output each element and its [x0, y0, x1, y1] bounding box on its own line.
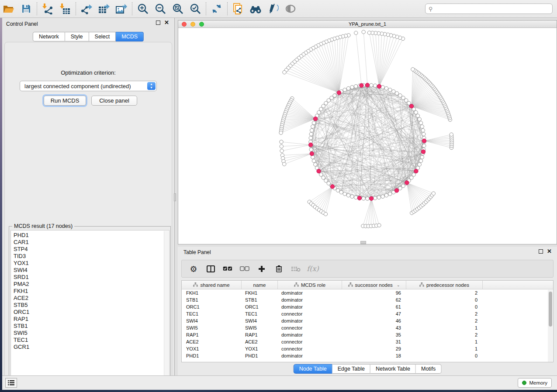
- float-panel-icon[interactable]: [156, 21, 160, 25]
- network-node[interactable]: [374, 84, 377, 87]
- function-builder-icon[interactable]: f(x): [307, 263, 318, 275]
- float-panel-icon[interactable]: [539, 249, 543, 254]
- network-node[interactable]: [414, 110, 418, 114]
- network-node[interactable]: [319, 107, 323, 111]
- network-node[interactable]: [362, 197, 365, 200]
- table-row[interactable]: YOX1YOX1connector291: [182, 345, 553, 352]
- zoom-in-icon[interactable]: [134, 1, 152, 16]
- network-node[interactable]: [354, 196, 357, 199]
- tab-node-table[interactable]: Node Table: [294, 364, 332, 374]
- network-node[interactable]: [384, 193, 388, 197]
- open-file-icon[interactable]: [0, 1, 17, 16]
- network-window-titlebar[interactable]: YPA_prune.txt_1: [178, 21, 557, 28]
- mcds-highlighted-node[interactable]: [330, 185, 334, 189]
- network-node[interactable]: [317, 110, 321, 114]
- mcds-result-item[interactable]: STB5: [14, 302, 169, 309]
- network-node[interactable]: [324, 101, 328, 105]
- network-node[interactable]: [314, 163, 317, 166]
- network-node[interactable]: [422, 132, 426, 136]
- tab-motifs[interactable]: Motifs: [416, 364, 441, 374]
- network-node[interactable]: [419, 159, 422, 162]
- task-history-button[interactable]: [5, 378, 17, 388]
- export-image-icon[interactable]: [113, 1, 130, 16]
- network-node[interactable]: [381, 86, 384, 89]
- network-node[interactable]: [384, 86, 388, 90]
- network-node[interactable]: [280, 144, 283, 148]
- network-node[interactable]: [346, 86, 350, 90]
- mcds-highlighted-node[interactable]: [317, 169, 321, 173]
- table-settings-icon[interactable]: ⚙: [188, 263, 199, 275]
- table-row[interactable]: SWI5SWI5connector431: [182, 324, 553, 331]
- network-view[interactable]: [178, 28, 557, 244]
- table-row[interactable]: FKH1FKH1dominator962: [182, 289, 553, 296]
- mcds-highlighted-node[interactable]: [369, 196, 373, 200]
- mcds-highlighted-node[interactable]: [337, 91, 341, 95]
- network-node[interactable]: [405, 99, 408, 102]
- network-node[interactable]: [350, 195, 354, 198]
- network-node[interactable]: [312, 121, 315, 124]
- mcds-highlighted-node[interactable]: [421, 150, 425, 154]
- table-row[interactable]: ORC1ORC1dominator610: [182, 303, 553, 310]
- clone-network-icon[interactable]: [229, 1, 247, 16]
- network-node[interactable]: [279, 131, 283, 134]
- table-row[interactable]: RAP1RAP1dominator352: [182, 331, 553, 338]
- table-scrollbar-thumb[interactable]: [549, 292, 552, 327]
- deselect-all-rows-icon[interactable]: [239, 263, 250, 275]
- toggle-graphics-details-icon[interactable]: [264, 1, 282, 16]
- network-node[interactable]: [366, 197, 369, 200]
- network-node[interactable]: [410, 176, 413, 179]
- network-node[interactable]: [420, 155, 424, 159]
- mcds-highlighted-node[interactable]: [414, 169, 418, 173]
- search-binoculars-icon[interactable]: [247, 1, 264, 16]
- network-node[interactable]: [421, 128, 425, 132]
- mcds-highlighted-node[interactable]: [309, 143, 313, 147]
- network-node[interactable]: [336, 189, 339, 192]
- network-node[interactable]: [377, 196, 381, 199]
- mcds-result-item[interactable]: GCR1: [14, 344, 169, 351]
- network-node[interactable]: [392, 89, 395, 93]
- zoom-out-icon[interactable]: [152, 1, 169, 16]
- column-header-MCDS-role[interactable]: MCDS role: [278, 281, 342, 289]
- mcds-highlighted-node[interactable]: [405, 181, 409, 185]
- table-row[interactable]: PHD1PHD1dominator180: [182, 352, 553, 359]
- mcds-highlighted-node[interactable]: [422, 139, 426, 143]
- zoom-fit-icon[interactable]: [169, 1, 187, 16]
- network-node[interactable]: [418, 163, 421, 166]
- table-scrollbar[interactable]: [548, 290, 553, 362]
- network-node[interactable]: [450, 133, 453, 136]
- network-node[interactable]: [367, 31, 371, 34]
- network-node[interactable]: [283, 70, 286, 74]
- network-node[interactable]: [280, 149, 284, 152]
- network-node[interactable]: [432, 192, 435, 195]
- network-node[interactable]: [362, 30, 365, 34]
- mcds-result-item[interactable]: STB1: [14, 323, 169, 330]
- network-node[interactable]: [319, 173, 323, 176]
- network-node[interactable]: [327, 99, 330, 102]
- table-row[interactable]: STB1STB1dominator620: [182, 296, 553, 303]
- mcds-result-item[interactable]: YOX1: [14, 260, 169, 267]
- mcds-result-item[interactable]: PHD1: [14, 232, 169, 239]
- network-node[interactable]: [350, 86, 354, 89]
- column-selector-icon[interactable]: [205, 263, 216, 275]
- mcds-result-item[interactable]: SWI5: [14, 330, 169, 337]
- network-node[interactable]: [312, 159, 315, 162]
- network-node[interactable]: [309, 132, 313, 136]
- network-node[interactable]: [422, 144, 426, 148]
- mcds-result-item[interactable]: SRD1: [14, 274, 169, 281]
- network-node[interactable]: [310, 128, 314, 132]
- tab-style[interactable]: Style: [65, 32, 89, 41]
- network-node[interactable]: [374, 196, 377, 200]
- tab-network-table[interactable]: Network Table: [370, 364, 416, 374]
- network-node[interactable]: [311, 125, 315, 128]
- network-node[interactable]: [411, 68, 415, 71]
- delete-column-icon[interactable]: [273, 263, 284, 275]
- refresh-view-icon[interactable]: [208, 1, 225, 16]
- column-header-name[interactable]: name: [242, 281, 278, 289]
- network-node[interactable]: [330, 96, 333, 100]
- mcds-result-item[interactable]: ACE2: [14, 295, 169, 302]
- network-node[interactable]: [418, 117, 421, 121]
- network-node[interactable]: [354, 85, 357, 88]
- network-node[interactable]: [419, 121, 422, 124]
- network-node[interactable]: [395, 92, 398, 95]
- network-node[interactable]: [309, 148, 313, 151]
